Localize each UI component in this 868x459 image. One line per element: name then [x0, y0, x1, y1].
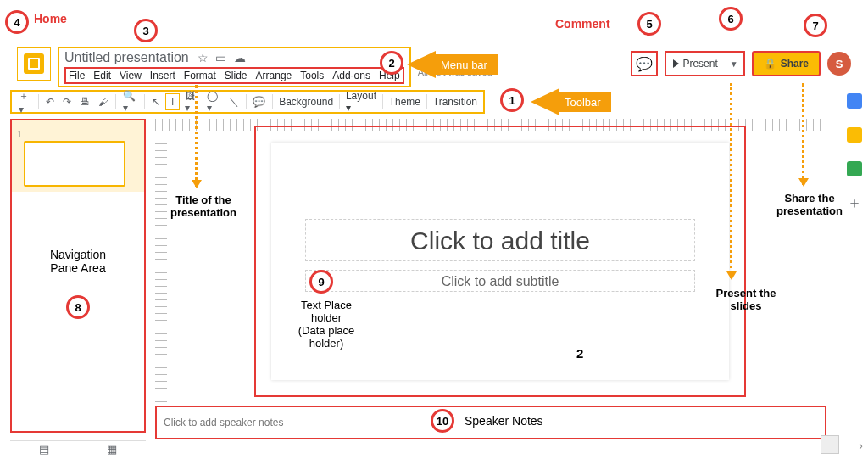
account-avatar[interactable]: S	[827, 52, 851, 76]
callout-8: 8	[66, 295, 90, 319]
menu-bar: File Edit View Insert Format Slide Arran…	[64, 67, 404, 84]
menu-addons[interactable]: Add-ons	[332, 70, 370, 81]
cloud-status-icon: ☁	[234, 51, 246, 64]
menu-view[interactable]: View	[120, 70, 142, 81]
menu-arrange[interactable]: Arrange	[256, 70, 292, 81]
share-caption: Share the presentation	[763, 192, 856, 217]
textbox-tool[interactable]: T	[165, 93, 180, 110]
tasks-icon[interactable]	[847, 161, 862, 176]
menu-file[interactable]: File	[69, 70, 85, 81]
vertical-ruler	[155, 131, 167, 402]
title-placeholder[interactable]: Click to add title	[305, 219, 695, 261]
callout-home-label: Home	[34, 12, 67, 25]
callout-6: 6	[719, 7, 743, 31]
menu-tools[interactable]: Tools	[300, 70, 324, 81]
canvas-number: 2	[576, 346, 583, 361]
play-icon	[673, 59, 679, 68]
title-and-menu-region: Untitled presentation ☆ ▭ ☁ File Edit Vi…	[58, 47, 411, 87]
grid-view-icon[interactable]: ▦	[107, 443, 117, 456]
comment-tool[interactable]: 💬	[249, 94, 269, 109]
zoom-button[interactable]: 🔍 ▾	[120, 88, 141, 115]
move-icon[interactable]: ▭	[215, 51, 226, 64]
slides-logo-icon	[24, 53, 44, 74]
shape-tool[interactable]: ◯ ▾	[203, 88, 224, 115]
present-label: Present	[682, 58, 717, 70]
placeholder-caption: Text Place holder (Data place holder)	[280, 299, 373, 350]
lock-icon: 🔒	[764, 58, 776, 70]
toolbar: ＋ ▾ ↶ ↷ 🖶 🖌 🔍 ▾ ↖ T 🖼 ▾ ◯ ▾ ＼ 💬 Backgrou…	[10, 90, 485, 114]
title-caption: Title of the presentation	[153, 193, 254, 219]
present-connector	[730, 83, 732, 278]
subtitle-placeholder[interactable]: Click to add subtitle	[305, 270, 695, 292]
slide-thumbnail-1[interactable]	[24, 141, 125, 187]
callout-comment-label: Comment	[555, 17, 610, 31]
filmstrip-view-icon[interactable]: ▤	[39, 443, 49, 456]
share-button[interactable]: 🔒 Share	[752, 51, 821, 76]
callout-2: 2	[380, 51, 403, 75]
menu-edit[interactable]: Edit	[93, 70, 111, 81]
home-button[interactable]	[17, 47, 51, 81]
share-label: Share	[781, 58, 809, 70]
comment-icon: 💬	[636, 56, 653, 72]
calendar-icon[interactable]	[847, 93, 862, 109]
share-connector	[802, 83, 804, 185]
menubar-arrow-tag: Menu bar	[407, 51, 498, 78]
star-icon[interactable]: ☆	[198, 51, 209, 64]
theme-button[interactable]: Theme	[387, 96, 423, 108]
left-footer: ▤ ▦	[10, 440, 146, 457]
print-button[interactable]: 🖶	[76, 94, 93, 109]
present-dropdown[interactable]: ▼	[725, 59, 743, 69]
new-slide-button[interactable]: ＋ ▾	[15, 87, 35, 117]
toolbar-arrow-tag: Toolbar	[531, 88, 611, 115]
doc-title-input[interactable]: Untitled presentation	[64, 50, 189, 65]
side-collapse-icon[interactable]: ›	[859, 439, 863, 452]
speaker-caption: Speaker Notes	[465, 414, 543, 428]
callout-1: 1	[500, 88, 524, 112]
transition-button[interactable]: Transition	[431, 96, 480, 108]
menu-slide[interactable]: Slide	[225, 70, 248, 81]
callout-7: 7	[804, 14, 827, 37]
title-connector	[195, 85, 198, 187]
background-button[interactable]: Background	[276, 96, 336, 108]
present-caption: Present the slides	[704, 287, 788, 312]
callout-5: 5	[637, 12, 661, 36]
callout-10: 10	[431, 409, 454, 433]
redo-button[interactable]: ↷	[59, 94, 75, 109]
thumb-index: 1	[17, 130, 22, 139]
layout-button[interactable]: Layout ▾	[343, 90, 379, 114]
line-tool[interactable]: ＼	[225, 93, 242, 111]
nav-caption: Navigation Pane Area	[12, 248, 144, 275]
menu-format[interactable]: Format	[184, 70, 216, 81]
undo-button[interactable]: ↶	[42, 94, 58, 109]
comment-button[interactable]: 💬	[631, 51, 658, 76]
explore-button[interactable]	[821, 435, 839, 454]
present-button[interactable]: Present	[666, 58, 724, 70]
speaker-notes-placeholder: Click to add speaker notes	[164, 417, 283, 428]
callout-9: 9	[309, 270, 333, 294]
menu-insert[interactable]: Insert	[150, 70, 175, 81]
select-tool[interactable]: ↖	[148, 94, 164, 109]
slide-navigation-pane[interactable]: 1 Navigation Pane Area	[10, 119, 146, 433]
callout-3: 3	[134, 19, 158, 42]
image-tool[interactable]: 🖼 ▾	[181, 88, 201, 115]
keep-icon[interactable]	[847, 127, 862, 143]
paint-format-button[interactable]: 🖌	[95, 94, 112, 109]
callout-4: 4	[5, 10, 29, 34]
present-button-group: Present ▼	[665, 51, 744, 76]
